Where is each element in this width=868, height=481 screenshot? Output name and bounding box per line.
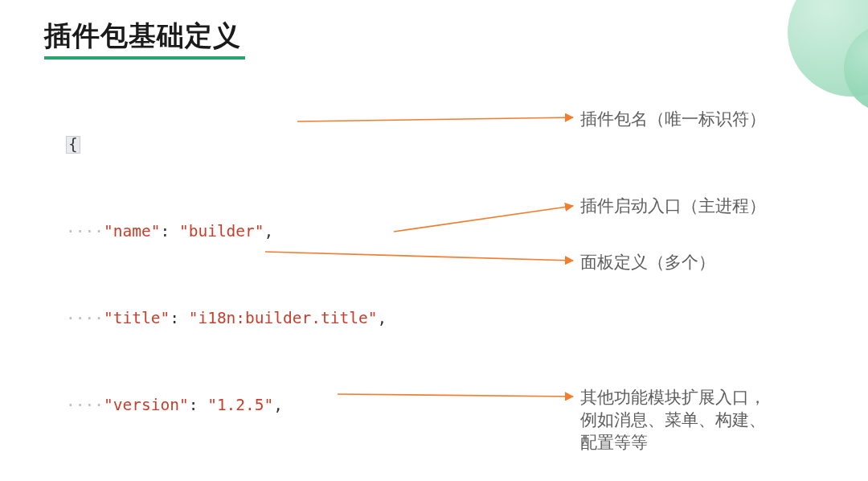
code-line-title: ····"title": "i18n:builder.title", xyxy=(66,307,829,329)
annotation-name: 插件包名（唯一标识符） xyxy=(580,108,766,130)
code-line-name: ····"name": "builder", xyxy=(66,220,829,242)
slide-title: 插件包基础定义 xyxy=(44,18,241,55)
open-brace: { xyxy=(66,136,80,154)
slide-content: { ····"name": "builder", ····"title": "i… xyxy=(66,90,829,481)
title-underline xyxy=(44,56,245,60)
annotation-contributions: 其他功能模块扩展入口， 例如消息、菜单、构建、 配置等等 xyxy=(580,386,766,454)
annotation-panels: 面板定义（多个） xyxy=(580,251,715,273)
annotation-main: 插件启动入口（主进程） xyxy=(580,195,766,217)
